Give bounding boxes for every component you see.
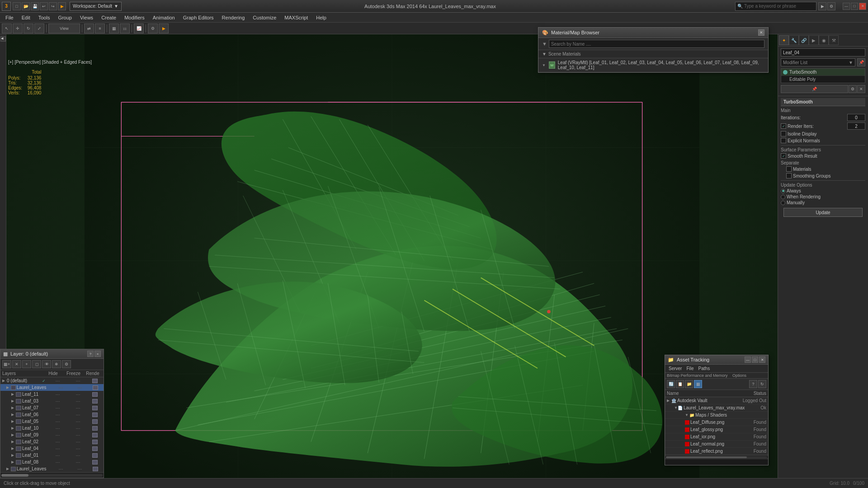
menu-group[interactable]: Group (54, 13, 75, 23)
mat-search-input[interactable] (549, 40, 764, 48)
create-panel-btn[interactable]: ✦ (779, 35, 789, 45)
freeze-layer-btn[interactable]: ❄ (52, 360, 61, 368)
at-tool-3[interactable]: 📁 (685, 380, 693, 388)
isoline-checkbox[interactable] (781, 131, 786, 136)
layer-item[interactable]: ▶ Leaf_01 --- --- (0, 452, 104, 459)
layer-item[interactable]: ▶ Leaf_05 --- --- (0, 418, 104, 425)
at-list-item[interactable]: ▼ 📁 Maps / Shaders (665, 412, 768, 419)
menu-views[interactable]: Views (76, 13, 97, 23)
open-btn[interactable]: 📂 (22, 2, 30, 10)
undo-btn[interactable]: ↩ (40, 2, 48, 10)
at-list-item[interactable]: Leaf_glossy.png Found (665, 426, 768, 433)
close-btn[interactable]: ✕ (859, 3, 866, 10)
rotate-tool[interactable]: ↻ (24, 23, 33, 33)
menu-create[interactable]: Create (98, 13, 120, 23)
modifier-list-dropdown[interactable]: Modifier List ▼ (781, 58, 855, 66)
search-box[interactable]: 🔍 Type a keyword or phrase (735, 2, 816, 11)
layer-item[interactable]: ▶ Leaf_06 --- --- (0, 411, 104, 418)
at-tool-2[interactable]: 📋 (676, 380, 684, 388)
pin-stack-btn[interactable]: 📌 (781, 85, 848, 93)
object-name-field[interactable]: Leaf_04 (781, 48, 865, 56)
mirror-tool[interactable]: ⇄ (84, 23, 94, 33)
search-opt-btn[interactable]: ⚙ (827, 2, 835, 10)
menu-file[interactable]: File (2, 13, 17, 23)
new-layer-btn[interactable]: ▦+ (2, 360, 11, 368)
display-panel-btn[interactable]: ◉ (819, 35, 829, 45)
menu-modifiers[interactable]: Modifiers (121, 13, 148, 23)
menu-tools[interactable]: Tools (35, 13, 54, 23)
utilities-panel-btn[interactable]: ⚒ (829, 35, 839, 45)
menu-animation[interactable]: Animation (149, 13, 179, 23)
hide-layer-btn[interactable]: 👁 (42, 360, 51, 368)
settings-btn[interactable]: ⚙ (849, 85, 857, 93)
scale-tool[interactable]: ⤢ (34, 23, 44, 33)
at-menu-paths[interactable]: Paths (697, 366, 712, 371)
ref-coord[interactable]: View (48, 23, 80, 33)
at-tool-1[interactable]: 🔄 (667, 380, 675, 388)
layer-item[interactable]: ▶ Leaf_10 --- --- (0, 425, 104, 432)
layer-item[interactable]: ▶ Laurel_Leaves --- --- (0, 465, 104, 472)
at-minimize-btn[interactable]: — (745, 357, 751, 363)
turbosmooth-modifier[interactable]: TurboSmooth (781, 69, 865, 76)
menu-help[interactable]: Help (312, 13, 330, 23)
menu-maxscript[interactable]: MAXScript (281, 13, 311, 23)
menu-edit[interactable]: Edit (18, 13, 34, 23)
at-options-menu[interactable]: Options (732, 373, 746, 378)
layer-item[interactable]: ▶ Leaf_02 --- --- (0, 438, 104, 445)
render-setup-tool[interactable]: ⚙ (148, 23, 158, 33)
select-tool[interactable]: ↖ (2, 23, 12, 33)
at-list-item[interactable]: ▶ 🏦 Autodesk Vault Logged Out (665, 397, 768, 404)
iterations-input[interactable] (847, 114, 865, 121)
material-item[interactable]: ▼ M Leaf (VRayMtl) [Leaf_01, Leaf_02, Le… (538, 58, 768, 72)
delete-modifier-btn[interactable]: ✕ (857, 85, 865, 93)
redo-btn[interactable]: ↪ (49, 2, 57, 10)
layer-mgr-tool[interactable]: ▦ (109, 23, 119, 33)
save-btn[interactable]: 💾 (31, 2, 39, 10)
at-list-item[interactable]: Leaf_Diffuse.png Found (665, 419, 768, 426)
layer-help-btn[interactable]: ? (87, 351, 94, 357)
explicit-normals-checkbox[interactable] (781, 138, 786, 143)
at-menu-server[interactable]: Server (667, 366, 684, 371)
layer-item[interactable]: ▶ Laurel_Leaves --- --- (0, 384, 104, 391)
at-scrollbar-h[interactable] (665, 455, 768, 459)
align-tool[interactable]: ≡ (95, 23, 105, 33)
maximize-btn[interactable]: □ (851, 3, 858, 10)
render-tool[interactable]: ▶ (159, 23, 169, 33)
editable-poly-modifier[interactable]: Editable Poly (781, 76, 865, 83)
mat-browser-close-btn[interactable]: ✕ (758, 29, 764, 36)
layer-item[interactable]: ▶ Leaf_04 --- --- (0, 445, 104, 452)
modify-panel-btn[interactable]: 🔧 (789, 35, 799, 45)
when-rendering-radio[interactable] (781, 195, 785, 199)
left-panel-btn1[interactable]: ◀ (0, 36, 6, 42)
manually-radio[interactable] (781, 201, 785, 205)
render-iters-checkbox[interactable]: ✓ (781, 123, 786, 129)
at-list-item[interactable]: Leaf_reflect.png Found (665, 448, 768, 455)
update-button[interactable]: Update (783, 208, 863, 217)
delete-layer-btn[interactable]: ✕ (12, 360, 21, 368)
layer-close-btn[interactable]: × (94, 351, 101, 357)
workspace-dropdown[interactable]: Workspace: Default ▼ (70, 2, 122, 11)
at-tool-4[interactable]: ▦ (694, 380, 702, 388)
select-layer-btn[interactable]: ◻ (32, 360, 41, 368)
layer-settings-btn[interactable]: ⚙ (62, 360, 71, 368)
curve-editor-tool[interactable]: 📈 (134, 23, 144, 33)
menu-rendering[interactable]: Rendering (218, 13, 249, 23)
render-iters-input[interactable] (847, 122, 865, 130)
at-list-item[interactable]: Leaf_ior.png Found (665, 433, 768, 441)
at-maximize-btn[interactable]: □ (752, 357, 758, 363)
menu-graph-editors[interactable]: Graph Editors (179, 13, 217, 23)
motion-panel-btn[interactable]: ▶ (809, 35, 819, 45)
move-tool[interactable]: ✛ (13, 23, 23, 33)
always-radio[interactable] (781, 189, 785, 193)
layer-item[interactable]: ▶ Leaf_07 --- --- (0, 404, 104, 411)
modifier-pin-btn[interactable]: 📌 (857, 58, 865, 66)
main-viewport[interactable]: Total Polys: 32,136 Tris: 32,136 Edges: … (6, 34, 778, 487)
at-bitmap-menu[interactable]: Bitmap Performance and Memory (667, 373, 728, 378)
new-btn[interactable]: □ (13, 2, 21, 10)
at-refresh-btn[interactable]: ↻ (758, 380, 766, 388)
layer-item[interactable]: ▶ Leaf_03 --- --- (0, 398, 104, 404)
layer-item[interactable]: ▶ 0 (default) ✓ --- --- (0, 377, 104, 384)
materials-checkbox[interactable] (786, 166, 792, 172)
search-go-btn[interactable]: ▶ (818, 2, 826, 10)
render-btn[interactable]: ▶ (58, 2, 66, 10)
